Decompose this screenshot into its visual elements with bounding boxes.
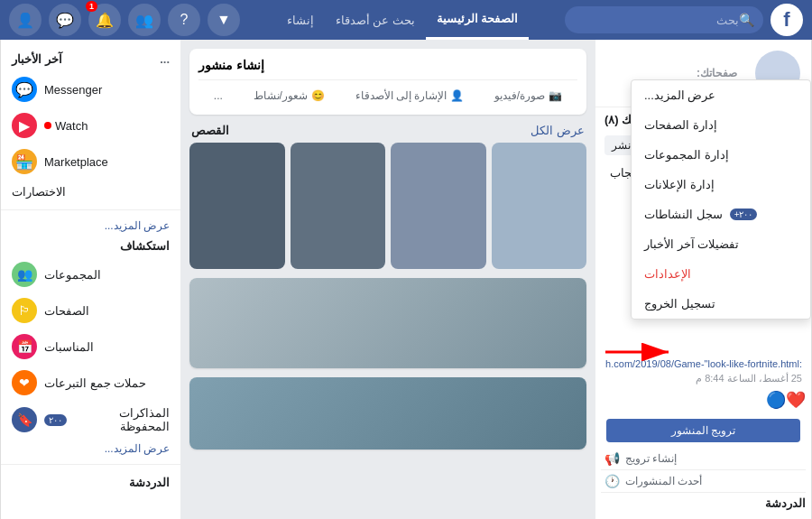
fb-logo: f <box>770 4 803 36</box>
sidebar-bottom: :h.com/2019/08/Game-"look-like-fortnite.… <box>595 351 811 519</box>
promote-btn[interactable]: ترويج المنشور <box>606 419 800 442</box>
groups-icon: 👥 <box>12 262 37 287</box>
messenger-icon: 💬 <box>12 77 37 102</box>
shortcuts-label: الاختصارات <box>12 185 66 199</box>
watch-dot <box>44 122 51 129</box>
feeling-action[interactable]: 😊 شعور/نشاط <box>246 86 332 106</box>
fundraiser-label: حملات جمع التبرعات <box>44 376 146 390</box>
feeling-icon: 😊 <box>311 89 325 102</box>
view-more-item[interactable]: عرض المزيد... <box>632 80 810 110</box>
friends-btn[interactable]: 👥 <box>128 4 161 36</box>
center-feed: إنشاء منشور 📷 صورة/فيديو 👤 الإشارة إلى ا… <box>180 40 595 519</box>
profile-btn[interactable]: 👤 <box>9 4 42 36</box>
main-wrapper: صفحاتك: ▼ صفحاتك (٨) صو نشر تسجيلات الإع… <box>0 40 812 519</box>
news-more-options[interactable]: ... <box>160 52 170 66</box>
search-box[interactable]: 🔍 <box>565 6 763 33</box>
stories-grid <box>189 143 586 269</box>
events-label: المناسبات <box>44 340 94 354</box>
more-action[interactable]: ... <box>207 86 230 106</box>
messenger-item[interactable]: Messenger 💬 <box>1 71 180 107</box>
manage-pages-item[interactable]: إدارة الصفحات <box>632 110 810 140</box>
events-item[interactable]: المناسبات 📅 <box>1 329 180 365</box>
nav-right: f 🔍 <box>565 4 803 36</box>
nav-find-friends[interactable]: بحث عن أصدقاء <box>325 0 426 40</box>
search-input[interactable] <box>574 14 739 27</box>
story-card-1[interactable] <box>492 143 587 269</box>
nav-create[interactable]: إنشاء <box>276 0 325 40</box>
photo-video-label: صورة/فيديو <box>494 89 545 102</box>
help-btn[interactable]: ? <box>168 4 200 36</box>
pages-label: الصفحات <box>44 304 89 318</box>
activity-log-label: سجل النشاطات <box>644 208 723 221</box>
story-card-3[interactable] <box>291 143 386 269</box>
view-more-explore[interactable]: عرض المزيد... <box>1 439 180 459</box>
news-prefs-item[interactable]: تفضيلات آخر الأخبار <box>632 229 810 259</box>
dropdown-toggle-btn[interactable]: ▼ <box>208 4 240 36</box>
stories-title: القصص <box>191 124 229 137</box>
post-image-2 <box>189 377 586 449</box>
tag-icon: 👤 <box>450 89 464 102</box>
post-image-1 <box>189 278 586 368</box>
messenger-label: Messenger <box>44 83 102 97</box>
create-post-box: إنشاء منشور 📷 صورة/فيديو 👤 الإشارة إلى ا… <box>189 49 586 115</box>
notifications-btn[interactable]: 🔔 1 <box>88 4 121 36</box>
story-card-4[interactable] <box>189 143 285 269</box>
manage-groups-label: إدارة المجموعات <box>644 148 729 162</box>
shortcuts-item[interactable]: الاختصارات <box>1 180 180 204</box>
dropdown-menu: عرض المزيد... إدارة الصفحات إدارة المجمو… <box>631 79 811 320</box>
manage-ads-item[interactable]: إدارة الإعلانات <box>632 170 810 199</box>
memories-icon: 🔖 <box>12 407 37 432</box>
memories-item[interactable]: ٢٠٠ المذاكرات المحفوظة 🔖 <box>1 401 180 439</box>
fundraiser-item[interactable]: حملات جمع التبرعات ❤ <box>1 365 180 401</box>
nav-left: ▼ ? 👥 🔔 1 💬 👤 <box>9 4 240 36</box>
fundraiser-icon: ❤ <box>12 370 37 395</box>
chat-label: الدردشة <box>765 496 806 510</box>
chat-label: الدردشة <box>129 476 170 489</box>
logout-label: تسجيل الخروج <box>644 297 715 310</box>
marketplace-item[interactable]: Marketplace 🏪 <box>1 144 180 180</box>
latest-posts-label: أحدث المنشورات <box>625 475 702 487</box>
create-promotion-icon: 📢 <box>604 451 620 466</box>
news-prefs-label: تفضيلات آخر الأخبار <box>644 237 739 251</box>
create-promotion-label: إنشاء ترويج <box>625 452 677 465</box>
activity-badge: ٢٠٠+ <box>730 209 758 220</box>
watch-item[interactable]: Watch ▶ <box>1 107 180 144</box>
manage-ads-label: إدارة الإعلانات <box>644 178 715 191</box>
explore-title: استكشاف <box>1 236 180 256</box>
tag-friends-action[interactable]: 👤 الإشارة إلى الأصدقاء <box>348 86 472 106</box>
divider-1 <box>1 209 180 210</box>
stories-see-all[interactable]: عرض الكل <box>531 124 585 137</box>
watch-icon: ▶ <box>12 113 37 138</box>
more-label: ... <box>214 89 223 102</box>
memories-badge: ٢٠٠ <box>44 414 67 426</box>
groups-item[interactable]: المجموعات 👥 <box>1 256 180 292</box>
feeling-label: شعور/نشاط <box>254 89 308 102</box>
chat-section: الدردشة <box>1 470 180 495</box>
news-title: آخر الأخبار <box>12 52 62 66</box>
pages-explore-item[interactable]: الصفحات 🏳 <box>1 292 180 329</box>
messages-btn[interactable]: 💬 <box>49 4 81 36</box>
post-time: 25 أغسط، الساعة 8:44 م <box>601 371 806 386</box>
logout-item[interactable]: تسجيل الخروج <box>632 289 810 319</box>
pages-icon: 🏳 <box>12 298 37 323</box>
watch-label: Watch <box>55 119 88 133</box>
marketplace-label: Marketplace <box>44 155 108 169</box>
settings-item[interactable]: الإعدادات <box>632 259 810 289</box>
post-link: :h.com/2019/08/Game-"look-like-fortnite.… <box>601 357 806 371</box>
nav-home[interactable]: الصفحة الرئيسية <box>426 0 530 40</box>
notifications-badge: 1 <box>86 1 97 12</box>
manage-groups-item[interactable]: إدارة المجموعات <box>632 140 810 170</box>
show-more-top[interactable]: عرض المزيد... <box>1 216 180 236</box>
stories-header: عرض الكل القصص <box>189 124 586 143</box>
view-more-label: عرض المزيد... <box>644 88 715 102</box>
create-post-header: إنشاء منشور <box>198 58 577 72</box>
story-card-2[interactable] <box>391 143 486 269</box>
activity-log-item[interactable]: ٢٠٠+ سجل النشاطات <box>632 199 810 229</box>
left-sidebar: صفحاتك: ▼ صفحاتك (٨) صو نشر تسجيلات الإع… <box>595 40 812 519</box>
divider-2 <box>1 464 180 465</box>
events-icon: 📅 <box>12 334 37 359</box>
tag-friends-label: الإشارة إلى الأصدقاء <box>355 89 448 102</box>
marketplace-icon: 🏪 <box>12 149 37 174</box>
latest-posts-icon: 🕐 <box>604 474 620 488</box>
photo-video-action[interactable]: 📷 صورة/فيديو <box>487 86 569 106</box>
